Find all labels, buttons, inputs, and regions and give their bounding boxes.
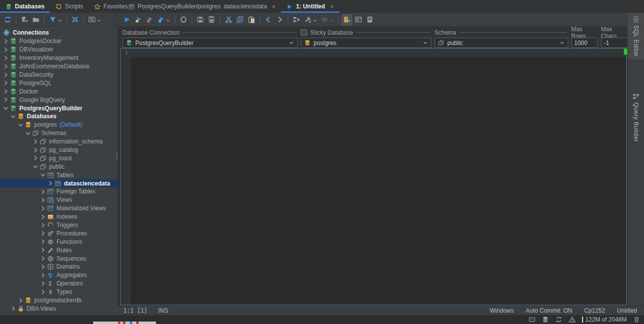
- tree-item-dbvisualizer[interactable]: DBVisualizer: [0, 46, 117, 54]
- chevron-down-icon[interactable]: [25, 130, 31, 137]
- chevron-right-icon[interactable]: [2, 80, 9, 86]
- tab-sql-editor[interactable]: SQL Editor: [628, 13, 644, 59]
- tree-item-functions[interactable]: Functions: [0, 237, 117, 246]
- tree-item-public[interactable]: public: [0, 162, 117, 171]
- chevron-right-icon[interactable]: [40, 188, 46, 195]
- back-button[interactable]: [263, 14, 273, 25]
- sql-tools-button[interactable]: [303, 14, 319, 25]
- max-chars-input[interactable]: [601, 38, 629, 48]
- tree-item-docker[interactable]: Docker: [0, 87, 117, 95]
- database-select[interactable]: postgres: [301, 38, 431, 48]
- tree-item-tables[interactable]: Tables: [0, 171, 117, 179]
- execute-script-button[interactable]: [145, 14, 155, 25]
- encoding[interactable]: Cp1252: [584, 307, 605, 314]
- tree-item-datasecurity[interactable]: DataSecurity: [0, 71, 117, 79]
- schema-select[interactable]: public: [434, 38, 568, 48]
- toggle-results-panel-button[interactable]: [342, 14, 352, 25]
- chevron-right-icon[interactable]: [40, 197, 46, 203]
- tree-item-postgresquerybuilder[interactable]: PostgresQueryBuilder: [0, 104, 117, 112]
- tree-item-dba-views[interactable]: DBA Views: [0, 305, 117, 313]
- garbage-collect-icon[interactable]: [633, 316, 640, 323]
- tree-item-databases[interactable]: Databases: [0, 112, 117, 121]
- sql-text-editor[interactable]: 1: [120, 48, 627, 305]
- chevron-right-icon[interactable]: [32, 155, 39, 161]
- dropdown-arrow-icon[interactable]: [97, 17, 101, 22]
- dropdown-arrow-icon[interactable]: [166, 17, 170, 22]
- chevron-right-icon[interactable]: [10, 305, 16, 312]
- copy-button[interactable]: [235, 14, 245, 25]
- refresh-connections-button[interactable]: [2, 14, 13, 25]
- sticky-database-checkbox[interactable]: [301, 29, 307, 36]
- toggle-log-panel-button[interactable]: [353, 14, 364, 25]
- tree-item-postgresdockerdb[interactable]: postgresdockerdb: [0, 296, 117, 305]
- next-statement-button[interactable]: [320, 14, 335, 25]
- chevron-right-icon[interactable]: [40, 238, 46, 245]
- tab-databases[interactable]: Databases: [0, 0, 50, 13]
- dropdown-arrow-icon[interactable]: [57, 17, 62, 22]
- chevron-right-icon[interactable]: [2, 96, 9, 103]
- chevron-right-icon[interactable]: [40, 255, 46, 262]
- chevron-right-icon[interactable]: [40, 264, 46, 270]
- tree-item-pg-toast[interactable]: pg_toast: [0, 154, 117, 162]
- chevron-down-icon[interactable]: [40, 172, 46, 178]
- execute-statement-new-tab-button[interactable]: [133, 14, 144, 25]
- chevron-right-icon[interactable]: [40, 247, 46, 253]
- chevron-down-icon[interactable]: [17, 122, 24, 128]
- tree-item-triggers[interactable]: Triggers: [0, 221, 117, 230]
- chevron-right-icon[interactable]: [32, 139, 39, 145]
- tree-item-types[interactable]: §Types: [0, 288, 117, 296]
- screen-icon[interactable]: [529, 316, 536, 323]
- dropdown-arrow-icon[interactable]: [313, 17, 317, 22]
- refresh-icon[interactable]: [555, 316, 562, 323]
- tree-item-inventorymanagement[interactable]: InventoryManagement: [0, 54, 117, 62]
- open-query-builder-button[interactable]: [291, 14, 302, 25]
- chevron-right-icon[interactable]: [2, 63, 9, 70]
- chevron-right-icon[interactable]: [2, 72, 9, 78]
- configure-view-button[interactable]: [87, 14, 103, 25]
- filter-connections-button[interactable]: [48, 14, 63, 25]
- tree-item-procedures[interactable]: Procedures: [0, 229, 117, 237]
- chevron-right-icon[interactable]: [32, 147, 39, 153]
- toggle-output-panel-button[interactable]: [365, 14, 375, 25]
- tree-item-indexes[interactable]: Indexes: [0, 213, 117, 221]
- close-icon[interactable]: ×: [330, 3, 334, 10]
- tree-item-datasciencedata[interactable]: datasciencedata: [0, 179, 117, 187]
- tree-item-postgresql[interactable]: PostgreSQL: [0, 79, 117, 87]
- execute-statement-button[interactable]: [122, 14, 132, 25]
- chevron-right-icon[interactable]: [47, 180, 54, 186]
- chevron-right-icon[interactable]: [40, 230, 46, 236]
- execute-custom-button[interactable]: [156, 14, 172, 25]
- tree-item-information-schema[interactable]: information_schema: [0, 138, 117, 146]
- tree-item-pg-catalog[interactable]: pg_catalog: [0, 146, 117, 154]
- collapse-all-button[interactable]: [70, 14, 80, 25]
- save-button[interactable]: [195, 14, 206, 25]
- chevron-down-icon[interactable]: [2, 105, 9, 111]
- chevron-right-icon[interactable]: [40, 280, 46, 287]
- explain-execution-plan-button[interactable]: [178, 14, 189, 25]
- chevron-right-icon[interactable]: [2, 38, 9, 45]
- max-rows-input[interactable]: [571, 38, 598, 48]
- connection-select[interactable]: PostgresQueryBuilder: [122, 38, 298, 48]
- chevron-right-icon[interactable]: [40, 222, 46, 229]
- tree-item-materialized-views[interactable]: 0Materialized Views: [0, 204, 117, 213]
- chevron-right-icon[interactable]: [2, 46, 9, 53]
- tree-item-domains[interactable]: Domains: [0, 263, 117, 271]
- cut-button[interactable]: [223, 14, 234, 25]
- new-connection-button[interactable]: [19, 14, 30, 25]
- chevron-right-icon[interactable]: [2, 55, 9, 61]
- chevron-right-icon[interactable]: [40, 214, 46, 220]
- tree-item-schemas[interactable]: Schemas: [0, 129, 117, 138]
- chevron-right-icon[interactable]: [40, 272, 46, 278]
- dropdown-arrow-icon[interactable]: [329, 17, 334, 22]
- chevron-down-icon[interactable]: [10, 113, 16, 120]
- paste-button[interactable]: [246, 14, 257, 25]
- chevron-down-icon[interactable]: [32, 163, 39, 170]
- auto-commit-status[interactable]: Auto Commit: ON: [526, 307, 572, 314]
- tree-item-rules[interactable]: Rules: [0, 246, 117, 254]
- editor-tab-datasciencedata[interactable]: PostgresQueryBuilder/postgres: datascien…: [123, 0, 281, 13]
- tree-item-postgres[interactable]: postgres(Default): [0, 121, 117, 129]
- close-icon[interactable]: ×: [272, 3, 276, 10]
- database-icon[interactable]: [542, 316, 549, 323]
- tree-item-postgresdocker[interactable]: PostgresDocker: [0, 37, 117, 46]
- tab-query-builder[interactable]: Query Builder: [628, 90, 644, 145]
